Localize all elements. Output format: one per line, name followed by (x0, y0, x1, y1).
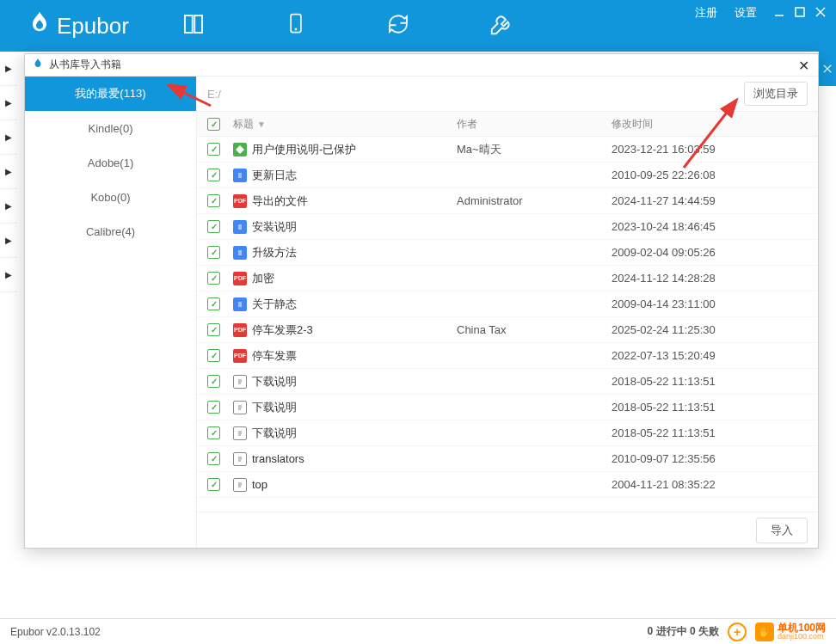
row-checkbox[interactable]: ✓ (207, 452, 220, 465)
doc-icon (233, 169, 247, 182)
row-checkbox[interactable]: ✓ (207, 143, 220, 156)
row-checkbox[interactable]: ✓ (207, 323, 220, 336)
maximize-button[interactable] (795, 7, 805, 20)
file-title: 升级方法 (252, 245, 297, 261)
file-row[interactable]: ✓更新日志2010-09-25 22:26:08 (197, 163, 818, 188)
file-date: 2009-04-14 23:11:00 (612, 297, 808, 310)
file-title: 下载说明 (252, 374, 297, 389)
logo-text: Epubor (57, 13, 129, 40)
file-row[interactable]: ✓top2004-11-21 08:35:22 (197, 472, 818, 498)
add-button[interactable]: + (728, 623, 747, 641)
right-rail-toggle[interactable] (819, 52, 836, 86)
row-checkbox[interactable]: ✓ (207, 169, 220, 181)
file-row[interactable]: ✓关于静态2009-04-14 23:11:00 (197, 291, 818, 317)
sidebar-item[interactable]: Adobe(1) (25, 145, 196, 180)
rail-item[interactable]: ▶ (0, 258, 17, 292)
svg-rect-3 (796, 8, 804, 16)
file-title: 下载说明 (252, 400, 297, 415)
import-dialog: 从书库导入书籍 ✕ 我的最爱(113)Kindle(0)Adobe(1)Kobo… (24, 53, 819, 549)
file-row[interactable]: ✓PDF停车发票2022-07-13 15:20:49 (197, 343, 818, 369)
rail-item[interactable]: ▶ (0, 120, 17, 155)
file-date: 2023-10-24 18:46:45 (612, 220, 808, 233)
file-date: 2018-05-22 11:13:51 (612, 401, 808, 414)
file-row[interactable]: ✓下载说明2018-05-22 11:13:51 (197, 420, 818, 446)
file-row[interactable]: ✓用户使用说明-已保护Ma~晴天2023-12-21 16:03:59 (197, 137, 818, 163)
file-author: China Tax (457, 323, 612, 336)
sidebar-item[interactable]: Kindle(0) (25, 111, 196, 145)
column-author[interactable]: 作者 (457, 117, 612, 132)
progress-label: 0 进行中 0 失败 (648, 624, 719, 639)
minimize-button[interactable] (774, 7, 784, 20)
close-button[interactable] (815, 7, 826, 20)
column-title[interactable]: 标题 ▼ (233, 117, 457, 132)
app-header: Epubor 注册 设置 (0, 0, 836, 52)
file-row[interactable]: ✓PDF停车发票2-3China Tax2025-02-24 11:25:30 (197, 317, 818, 343)
file-date: 2018-05-22 11:13:51 (612, 375, 808, 388)
file-row[interactable]: ✓下载说明2018-05-22 11:13:51 (197, 395, 818, 420)
sidebar-item[interactable]: Calibre(4) (25, 214, 196, 248)
sidebar-item[interactable]: 我的最爱(113) (25, 77, 196, 111)
row-checkbox[interactable]: ✓ (207, 478, 220, 491)
file-title: 安装说明 (252, 219, 297, 235)
file-title: 停车发票2-3 (252, 322, 313, 338)
library-icon[interactable] (181, 11, 206, 40)
rail-item[interactable]: ▶ (0, 224, 17, 258)
file-row[interactable]: ✓PDF导出的文件Administrator2024-11-27 14:44:5… (197, 188, 818, 214)
rail-item[interactable]: ▶ (0, 52, 17, 86)
import-button[interactable]: 导入 (756, 518, 808, 543)
rail-item[interactable]: ▶ (0, 189, 17, 224)
rail-item[interactable]: ▶ (0, 86, 17, 120)
dialog-title-bar: 从书库导入书籍 ✕ (25, 54, 818, 77)
file-author: Ma~晴天 (457, 142, 612, 157)
browse-button[interactable]: 浏览目录 (744, 82, 808, 106)
file-date: 2022-07-13 15:20:49 (612, 349, 808, 362)
row-checkbox[interactable]: ✓ (207, 272, 220, 285)
version-label: Epubor v2.0.13.102 (10, 626, 648, 638)
pdf-icon: PDF (233, 349, 247, 363)
file-date: 2004-11-21 08:35:22 (612, 478, 808, 491)
file-title: translators (252, 452, 304, 465)
row-checkbox[interactable]: ✓ (207, 426, 220, 439)
dialog-close-button[interactable]: ✕ (798, 58, 809, 74)
pdf-icon: PDF (233, 272, 247, 285)
doc-icon (233, 246, 247, 260)
watermark-url: danji100.com (778, 633, 826, 641)
register-link[interactable]: 注册 (695, 5, 717, 21)
row-checkbox[interactable]: ✓ (207, 297, 220, 310)
epub-icon (233, 143, 247, 156)
svg-point-1 (295, 28, 296, 29)
file-date: 2023-12-21 16:03:59 (612, 143, 808, 156)
device-icon[interactable] (284, 11, 308, 40)
left-rail: ▶ ▶ ▶ ▶ ▶ ▶ ▶ (0, 52, 17, 567)
file-title: 下载说明 (252, 426, 297, 441)
column-date[interactable]: 修改时间 (612, 117, 808, 132)
pdf-icon: PDF (233, 323, 247, 337)
file-row[interactable]: ✓安装说明2023-10-24 18:46:45 (197, 214, 818, 240)
settings-link[interactable]: 设置 (735, 5, 757, 21)
file-author: Administrator (457, 194, 612, 207)
pdf-icon: PDF (233, 194, 247, 208)
file-date: 2010-09-25 22:26:08 (612, 169, 808, 181)
file-row[interactable]: ✓下载说明2018-05-22 11:13:51 (197, 369, 818, 395)
file-row[interactable]: ✓PDF加密2024-11-12 14:28:28 (197, 266, 818, 291)
sidebar-item[interactable]: Kobo(0) (25, 180, 196, 214)
file-row[interactable]: ✓translators2010-09-07 12:35:56 (197, 446, 818, 472)
file-title: 加密 (252, 271, 274, 286)
select-all-checkbox[interactable]: ✓ (207, 118, 220, 131)
row-checkbox[interactable]: ✓ (207, 349, 220, 362)
file-list: ✓用户使用说明-已保护Ma~晴天2023-12-21 16:03:59✓更新日志… (197, 137, 818, 512)
file-title: 关于静态 (252, 297, 297, 312)
row-checkbox[interactable]: ✓ (207, 220, 220, 233)
rail-item[interactable]: ▶ (0, 155, 17, 189)
file-title: 更新日志 (252, 168, 297, 183)
row-checkbox[interactable]: ✓ (207, 246, 220, 259)
flame-icon (26, 9, 53, 43)
row-checkbox[interactable]: ✓ (207, 194, 220, 207)
tools-icon[interactable] (489, 11, 514, 40)
file-title: 用户使用说明-已保护 (252, 142, 356, 157)
file-row[interactable]: ✓升级方法2009-02-04 09:05:26 (197, 240, 818, 266)
row-checkbox[interactable]: ✓ (207, 375, 220, 388)
window-controls (774, 7, 826, 20)
row-checkbox[interactable]: ✓ (207, 401, 220, 414)
sync-icon[interactable] (385, 11, 411, 40)
